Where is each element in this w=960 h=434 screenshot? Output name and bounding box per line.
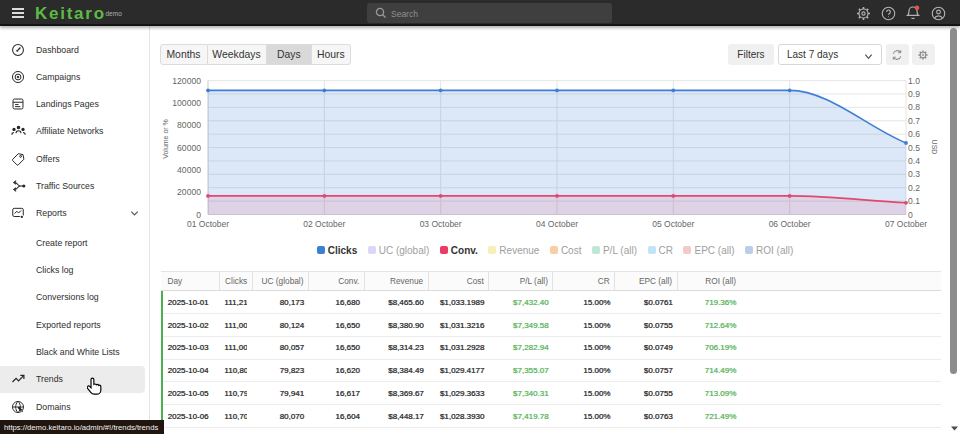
- svg-text:02 October: 02 October: [303, 219, 345, 229]
- svg-text:0.6: 0.6: [908, 129, 920, 139]
- svg-text:80000: 80000: [177, 120, 201, 130]
- svg-text:06 October: 06 October: [769, 219, 811, 229]
- svg-text:100000: 100000: [172, 98, 201, 108]
- svg-text:0.9: 0.9: [908, 89, 920, 99]
- svg-text:40000: 40000: [177, 165, 201, 175]
- svg-text:0.7: 0.7: [908, 116, 920, 126]
- svg-text:1.0: 1.0: [908, 76, 920, 86]
- svg-text:07 October: 07 October: [885, 219, 927, 229]
- svg-text:Volume or %: Volume or %: [162, 119, 169, 159]
- svg-text:60000: 60000: [177, 143, 201, 153]
- svg-text:03 October: 03 October: [420, 219, 462, 229]
- svg-text:120000: 120000: [172, 76, 201, 86]
- svg-text:20000: 20000: [177, 187, 201, 197]
- svg-text:05 October: 05 October: [652, 219, 694, 229]
- svg-text:0.8: 0.8: [908, 102, 920, 112]
- svg-text:USD: USD: [931, 140, 938, 155]
- svg-text:0.5: 0.5: [908, 143, 920, 153]
- svg-text:0.1: 0.1: [908, 196, 920, 206]
- svg-text:0.2: 0.2: [908, 183, 920, 193]
- svg-text:01 October: 01 October: [187, 219, 229, 229]
- svg-text:0.3: 0.3: [908, 169, 920, 179]
- svg-text:0.4: 0.4: [908, 156, 920, 166]
- svg-text:04 October: 04 October: [536, 219, 578, 229]
